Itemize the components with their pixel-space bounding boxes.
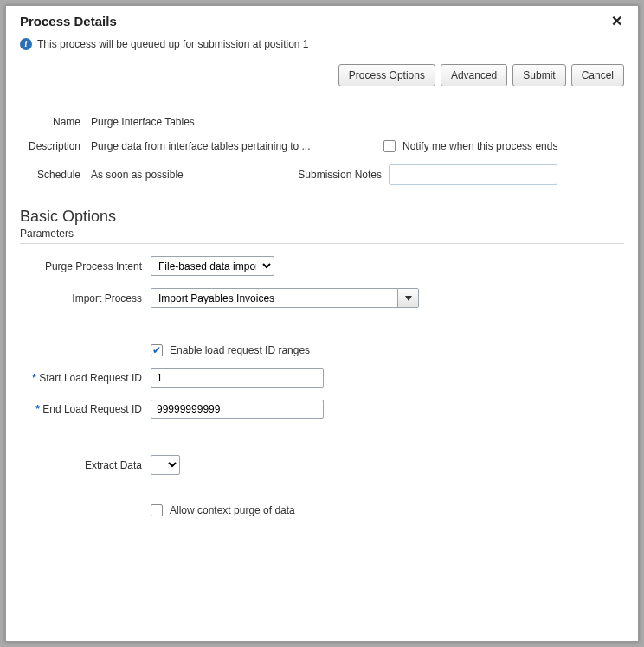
allow-context-checkbox[interactable] [151, 504, 163, 516]
import-process-combo [151, 288, 419, 308]
notify-checkbox[interactable] [383, 140, 396, 152]
schedule-label: Schedule [20, 169, 80, 181]
submission-notes-label: Submission Notes [295, 169, 382, 181]
extract-data-cell [151, 455, 624, 475]
submission-notes-input[interactable] [389, 164, 557, 185]
description-row: Purge data from interface tables pertain… [91, 140, 624, 152]
parameters-grid: Purge Process Intent File-based data imp… [20, 256, 624, 516]
process-details-dialog: Process Details ✕ i This process will be… [5, 5, 639, 642]
info-icon: i [20, 38, 32, 50]
start-id-input[interactable] [151, 368, 324, 388]
enable-ranges-label: Enable load request ID ranges [170, 344, 310, 356]
section-divider [20, 243, 624, 244]
name-value: Purge Interface Tables [91, 116, 624, 128]
enable-ranges-row: Enable load request ID ranges [151, 344, 624, 356]
notify-label: Notify me when this process ends [402, 140, 557, 152]
start-id-label: Start Load Request ID [20, 372, 145, 384]
section-title: Basic Options [20, 208, 624, 226]
submit-button[interactable]: Submit [512, 64, 565, 86]
extract-data-select[interactable] [151, 455, 180, 475]
info-row: i This process will be queued up for sub… [20, 38, 624, 50]
dialog-button-row: Process Options Advanced Submit Cancel [20, 64, 624, 86]
close-icon[interactable]: ✕ [609, 13, 624, 29]
section-subtitle: Parameters [20, 227, 624, 240]
end-id-label: End Load Request ID [20, 403, 145, 415]
description-value: Purge data from interface tables pertain… [91, 140, 377, 152]
info-message: This process will be queued up for submi… [37, 38, 309, 50]
schedule-value: As soon as possible [91, 169, 288, 181]
dialog-titlebar: Process Details ✕ [20, 13, 624, 29]
purge-intent-cell: File-based data import [151, 256, 624, 276]
extract-data-label: Extract Data [20, 459, 145, 471]
start-id-cell [151, 368, 624, 388]
end-id-input[interactable] [151, 400, 324, 419]
process-options-button[interactable]: Process Options [338, 64, 435, 86]
schedule-row: As soon as possible Submission Notes [91, 164, 624, 185]
details-grid: Name Purge Interface Tables Description … [20, 116, 624, 185]
import-process-cell [151, 288, 624, 308]
end-id-cell [151, 400, 624, 419]
advanced-button[interactable]: Advanced [441, 64, 507, 86]
import-process-dropdown-button[interactable] [397, 289, 418, 307]
name-label: Name [20, 116, 80, 128]
cancel-button[interactable]: Cancel [571, 64, 624, 86]
purge-intent-label: Purge Process Intent [20, 260, 145, 272]
chevron-down-icon [405, 296, 412, 301]
enable-ranges-checkbox[interactable] [151, 344, 163, 356]
description-label: Description [20, 140, 80, 152]
dialog-title: Process Details [20, 14, 117, 29]
import-process-input[interactable] [151, 289, 397, 307]
allow-context-row: Allow context purge of data [151, 504, 624, 516]
purge-intent-select[interactable]: File-based data import [151, 256, 274, 276]
import-process-label: Import Process [20, 292, 145, 304]
allow-context-label: Allow context purge of data [170, 504, 295, 516]
